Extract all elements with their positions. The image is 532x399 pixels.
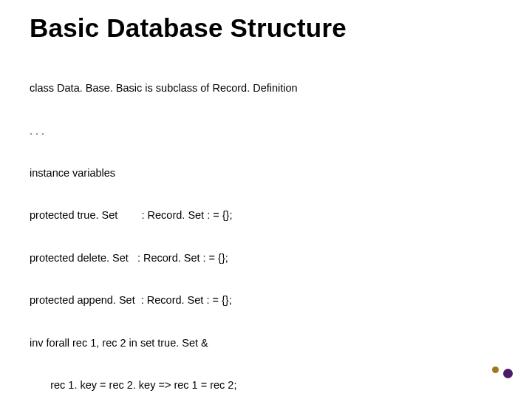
code-block-1: class Data. Base. Basic is subclass of R…: [30, 53, 502, 399]
code-line: protected true. Set : Record. Set : = {}…: [30, 208, 502, 222]
slide-container: Basic Database Structure class Data. Bas…: [0, 0, 532, 399]
code-line: inv forall rec 1, rec 2 in set true. Set…: [30, 336, 502, 350]
code-line: rec 1. key = rec 2. key => rec 1 = rec 2…: [30, 378, 502, 392]
code-line: protected delete. Set : Record. Set : = …: [30, 251, 502, 265]
code-line: . . .: [30, 124, 502, 138]
code-line: class Data. Base. Basic is subclass of R…: [30, 81, 502, 95]
decorative-dot-amber: [492, 366, 499, 373]
code-line: instance variables: [30, 166, 502, 180]
decorative-dot-purple: [503, 369, 513, 378]
slide-title: Basic Database Structure: [30, 13, 502, 43]
code-line: protected append. Set : Record. Set : = …: [30, 293, 502, 307]
